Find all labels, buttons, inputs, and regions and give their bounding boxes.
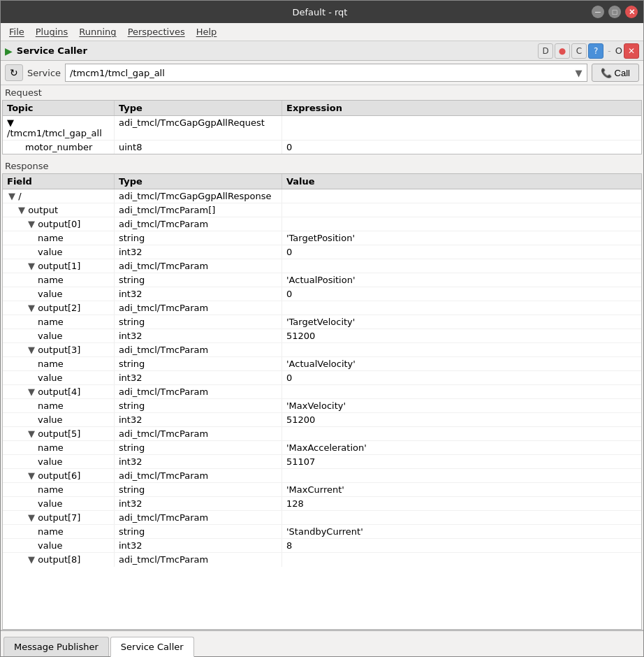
response-row-20: ▼ output[6]adi_tmcl/TmcParam [3, 469, 641, 483]
refresh-button[interactable]: ↻ [5, 64, 23, 81]
resp-type-24: string [115, 525, 282, 538]
response-row-26: ▼ output[8]adi_tmcl/TmcParam [3, 553, 641, 567]
resp-type-13: int32 [115, 371, 282, 384]
resp-type-18: string [115, 441, 282, 454]
response-row-2: ▼ output[0]adi_tmcl/TmcParam [3, 217, 641, 231]
col-header-resp-type: Type [115, 174, 282, 189]
request-type-1: uint8 [115, 140, 282, 154]
resp-arrow-8[interactable]: ▼ [28, 303, 38, 313]
resp-type-2: adi_tmcl/TmcParam [115, 217, 282, 231]
resp-arrow-1[interactable]: ▼ [18, 205, 28, 215]
resp-field-12: name [3, 357, 115, 370]
menu-perspectives[interactable]: Perspectives [122, 25, 191, 38]
response-row-3: namestring'TargetPosition' [3, 231, 641, 245]
request-row-0: ▼ /tmcm1/tmcl_gap_all adi_tmcl/TmcGapGgp… [3, 116, 641, 140]
resp-value-22: 128 [282, 497, 641, 510]
resp-value-21: 'MaxCurrent' [282, 483, 641, 496]
resp-field-1: ▼ output [3, 203, 115, 217]
response-table-header: Field Type Value [3, 174, 641, 189]
resp-value-18: 'MaxAcceleration' [282, 441, 641, 454]
minimize-button[interactable]: ─ [592, 6, 604, 18]
response-row-8: ▼ output[2]adi_tmcl/TmcParam [3, 301, 641, 315]
response-section: Response Field Type Value ▼ /adi_tmcl/Tm… [1, 159, 643, 630]
menu-file[interactable]: File [3, 25, 30, 38]
resp-field-16: value [3, 413, 115, 426]
resp-type-12: string [115, 357, 282, 370]
title-bar-controls: ─ □ ✕ [592, 6, 638, 18]
expand-arrow-0[interactable]: ▼ [7, 117, 14, 128]
resp-field-20: ▼ output[6] [3, 469, 115, 482]
menu-plugins[interactable]: Plugins [30, 25, 74, 38]
response-row-22: valueint32128 [3, 497, 641, 511]
response-row-0: ▼ /adi_tmcl/TmcGapGgpAllResponse [3, 189, 641, 203]
resp-field-7: value [3, 287, 115, 301]
service-dropdown[interactable]: /tmcm1/tmcl_gap_all ▼ [65, 64, 587, 82]
plugin-header-buttons: D ● C ? - O ✕ [538, 43, 639, 59]
response-row-1: ▼ outputadi_tmcl/TmcParam[] [3, 203, 641, 217]
resp-type-5: adi_tmcl/TmcParam [115, 259, 282, 273]
resp-type-6: string [115, 273, 282, 287]
resp-field-10: value [3, 329, 115, 342]
resp-type-11: adi_tmcl/TmcParam [115, 343, 282, 356]
response-row-16: valueint3251200 [3, 413, 641, 427]
resp-value-3: 'TargetPosition' [282, 231, 641, 245]
response-row-24: namestring'StandbyCurrent' [3, 525, 641, 539]
resp-value-20 [282, 469, 641, 482]
resp-type-4: int32 [115, 245, 282, 259]
tab-message-publisher[interactable]: Message Publisher [3, 637, 109, 656]
resp-field-9: name [3, 315, 115, 328]
resp-arrow-14[interactable]: ▼ [28, 387, 38, 397]
response-row-7: valueint320 [3, 287, 641, 301]
resp-field-15: name [3, 399, 115, 412]
service-row: ↻ Service /tmcm1/tmcl_gap_all ▼ 📞 Call [1, 61, 643, 85]
call-button[interactable]: 📞 Call [592, 64, 639, 82]
resp-value-9: 'TargetVelocity' [282, 315, 641, 328]
resp-arrow-26[interactable]: ▼ [28, 554, 38, 565]
plugin-btn-c[interactable]: C [571, 43, 587, 59]
plugin-btn-close[interactable]: ✕ [624, 43, 639, 59]
resp-arrow-11[interactable]: ▼ [28, 345, 38, 355]
call-label: Call [615, 68, 630, 78]
request-expr-0 [282, 116, 641, 140]
resp-field-8: ▼ output[2] [3, 301, 115, 315]
maximize-button[interactable]: □ [608, 6, 621, 18]
resp-type-22: int32 [115, 497, 282, 510]
menu-help[interactable]: Help [191, 25, 223, 38]
response-row-23: ▼ output[7]adi_tmcl/TmcParam [3, 511, 641, 525]
plugin-btn-help[interactable]: ? [588, 43, 603, 59]
resp-arrow-17[interactable]: ▼ [28, 428, 38, 439]
plugin-btn-circle[interactable]: ● [555, 43, 570, 59]
col-header-topic: Topic [3, 101, 115, 115]
request-table: Topic Type Expression ▼ /tmcm1/tmcl_gap_… [2, 100, 642, 154]
menu-running[interactable]: Running [73, 25, 122, 38]
resp-arrow-23[interactable]: ▼ [28, 512, 38, 523]
resp-field-0: ▼ / [3, 189, 115, 203]
resp-type-15: string [115, 399, 282, 412]
bottom-tabs: Message Publisher Service Caller [1, 630, 643, 656]
resp-type-16: int32 [115, 413, 282, 426]
request-expr-1[interactable]: 0 [282, 140, 641, 154]
resp-field-14: ▼ output[4] [3, 385, 115, 398]
close-button[interactable]: ✕ [625, 6, 638, 18]
service-value: /tmcm1/tmcl_gap_all [70, 68, 165, 78]
response-row-11: ▼ output[3]adi_tmcl/TmcParam [3, 343, 641, 357]
resp-value-11 [282, 343, 641, 356]
call-phone-icon: 📞 [601, 68, 612, 78]
resp-value-7: 0 [282, 287, 641, 301]
resp-arrow-2[interactable]: ▼ [28, 219, 38, 229]
resp-arrow-20[interactable]: ▼ [28, 470, 38, 481]
tab-service-caller[interactable]: Service Caller [110, 637, 194, 657]
plugin-btn-d[interactable]: D [538, 43, 553, 59]
resp-value-12: 'ActualVelocity' [282, 357, 641, 370]
response-table[interactable]: Field Type Value ▼ /adi_tmcl/TmcGapGgpAl… [2, 173, 642, 630]
resp-field-22: value [3, 497, 115, 510]
response-row-6: namestring'ActualPosition' [3, 273, 641, 287]
main-window: Default - rqt ─ □ ✕ File Plugins Running… [0, 0, 644, 657]
resp-arrow-0[interactable]: ▼ [8, 191, 18, 201]
response-row-15: namestring'MaxVelocity' [3, 399, 641, 413]
resp-type-10: int32 [115, 329, 282, 342]
resp-value-16: 51200 [282, 413, 641, 426]
resp-arrow-5[interactable]: ▼ [28, 261, 38, 271]
resp-value-17 [282, 427, 641, 440]
resp-value-0 [282, 189, 641, 203]
